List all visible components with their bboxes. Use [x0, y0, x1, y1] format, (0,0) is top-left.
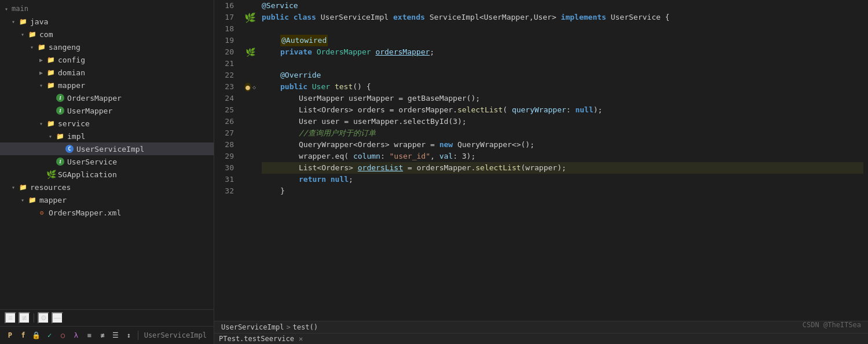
code-line-26: User user = userMapper.selectById(3);: [262, 116, 863, 127]
code-span: ordersList: [358, 162, 403, 174]
spring-icon: 🌿: [46, 170, 56, 179]
tree-service[interactable]: ▾ 📁 service: [0, 117, 214, 130]
tree-sg-application[interactable]: ▶ 🌿 SGApplication: [0, 168, 214, 181]
lambda-icon-btn[interactable]: λ: [71, 329, 82, 342]
list-icon-btn[interactable]: ≡: [84, 329, 95, 342]
sidebar-tree[interactable]: ▾ main ▾ 📁 java ▾ 📁 com ▾ 📁 sangeng: [0, 0, 214, 309]
settings-btn[interactable]: ⚙: [38, 312, 49, 324]
tree-user-mapper[interactable]: ▶ I UserMapper: [0, 104, 214, 117]
code-line-17: public class UserServiceImpl extends Ser…: [262, 12, 863, 23]
folder-icon: 📁: [46, 55, 56, 64]
folder-icon: 📁: [46, 80, 56, 90]
indent-icon-btn[interactable]: ☰: [110, 329, 121, 342]
breadcrumb-separator: >: [286, 323, 290, 331]
tree-orders-mapper-xml[interactable]: ▶ ⚙ OrdersMapper.xml: [0, 206, 214, 219]
code-span: queryWrapper: [512, 104, 566, 116]
tree-section-main: ▾ main: [0, 2, 214, 15]
sort-icon-btn[interactable]: ↕: [123, 329, 134, 342]
gutter-17: 🌿: [243, 12, 257, 23]
tree-label: OrdersMapper.xml: [49, 208, 121, 217]
tree-orders-mapper[interactable]: ▶ I OrdersMapper: [0, 92, 214, 104]
tree-com[interactable]: ▾ 📁 com: [0, 28, 214, 41]
tree-resources-mapper[interactable]: ▾ 📁 mapper: [0, 193, 214, 206]
gutter-29: [243, 151, 257, 162]
code-line-22: @Override: [262, 69, 863, 81]
chevron-icon: ▾: [9, 17, 17, 25]
tree-label: config: [58, 56, 85, 64]
tab-close[interactable]: ✕: [299, 335, 303, 343]
code-span: ServiceImpl<UserMapper,User>: [430, 12, 561, 23]
tree-label: service: [58, 119, 90, 128]
lock-icon-btn[interactable]: 🔒: [31, 329, 42, 342]
code-span: User user = userMapper.selectById(3);: [299, 116, 467, 127]
chevron-icon: ▾: [46, 132, 54, 140]
circle-icon-btn[interactable]: ○: [57, 329, 68, 342]
code-editor[interactable]: 16 17 18 19 20 21 22 23 24 25 26 27 28 2…: [214, 0, 868, 321]
code-line-31: return null ;: [262, 174, 863, 185]
code-span: ,: [430, 151, 440, 162]
code-span: UserMapper userMapper = getBaseMapper();: [299, 93, 480, 104]
code-span: @Override: [280, 69, 321, 81]
tree-config[interactable]: ▶ 📁 config: [0, 53, 214, 66]
breadcrumb-bar: UserServiceImpl > test(): [214, 321, 868, 333]
tree-impl[interactable]: ▾ 📁 impl: [0, 130, 214, 142]
tree-domian[interactable]: ▶ 📁 domian: [0, 66, 214, 79]
chevron-icon: ▾: [19, 30, 27, 38]
code-span: QueryWrapper<>();: [457, 139, 534, 151]
code-span: public: [280, 81, 312, 93]
code-span: .: [471, 162, 475, 174]
code-span: selectList: [457, 104, 503, 116]
code-span: List<Orders>: [299, 162, 358, 174]
tab-label[interactable]: PTest.testSeervice: [219, 335, 294, 343]
code-line-16: @Service: [262, 0, 863, 12]
line-num-28: 28: [214, 139, 239, 151]
code-span: @Autowired: [280, 35, 328, 46]
minimize-btn[interactable]: —: [52, 312, 63, 324]
check-icon-btn[interactable]: ✓: [44, 329, 55, 342]
code-span: () {: [353, 81, 371, 93]
align-right-btn[interactable]: ≢: [19, 312, 30, 324]
tree-mapper[interactable]: ▾ 📁 mapper: [0, 79, 214, 92]
code-span: extends: [393, 12, 430, 23]
code-span: public: [262, 12, 294, 23]
breadcrumb-item-1: UserServiceImpl: [221, 323, 284, 331]
interface-icon: I: [56, 157, 65, 166]
tree-resources[interactable]: ▾ 📁 resources: [0, 181, 214, 193]
code-line-19: @Autowired: [262, 35, 863, 46]
code-span: :: [380, 151, 390, 162]
line-num-27: 27: [214, 127, 239, 139]
tree-user-service-impl[interactable]: ▶ C UserServiceImpl: [0, 142, 214, 155]
tree-label: sangeng: [49, 43, 80, 52]
separator: [34, 313, 34, 323]
code-span: "user_id": [390, 151, 430, 162]
gutter-28: [243, 139, 257, 151]
tree-user-service[interactable]: ▶ I UserService: [0, 155, 214, 168]
code-span: return: [299, 174, 331, 185]
gutter-32: [243, 185, 257, 197]
align-left-btn[interactable]: ≡: [5, 312, 16, 324]
tree-label: mapper: [58, 81, 85, 90]
line-num-20: 20: [214, 46, 239, 58]
code-span: ordersMapper: [398, 104, 453, 116]
watermark-text: CSDN @TheITSea: [803, 321, 861, 329]
status-text: UserServiceImpl: [142, 330, 209, 341]
tree-label: UserService: [67, 158, 117, 166]
tab-strip: PTest.testSeervice ✕: [214, 333, 868, 344]
line-num-17: 17: [214, 12, 239, 23]
sidebar-bottom-icons: P f 🔒 ✓ ○ λ ≡ ≢ ☰ ↕ UserServiceImpl: [0, 326, 214, 344]
code-span: ;: [430, 46, 434, 58]
chevron-icon: ▾: [37, 119, 45, 127]
tree-sangeng[interactable]: ▾ 📁 sangeng: [0, 41, 214, 53]
line-num-31: 31: [214, 174, 239, 185]
code-span: implements: [561, 12, 611, 23]
tree-label: resources: [30, 183, 71, 192]
code-span: (: [503, 104, 512, 116]
list2-icon-btn[interactable]: ≢: [97, 329, 108, 342]
line-num-32: 32: [214, 185, 239, 197]
f-icon-btn[interactable]: f: [18, 329, 29, 342]
editor-area: 16 17 18 19 20 21 22 23 24 25 26 27 28 2…: [214, 0, 868, 344]
code-span: ordersMapper: [375, 46, 430, 58]
tree-java[interactable]: ▾ 📁 java: [0, 15, 214, 28]
sidebar-toolbar: ≡ ≢ ⚙ —: [0, 309, 214, 326]
p-icon-btn[interactable]: P: [5, 329, 16, 342]
